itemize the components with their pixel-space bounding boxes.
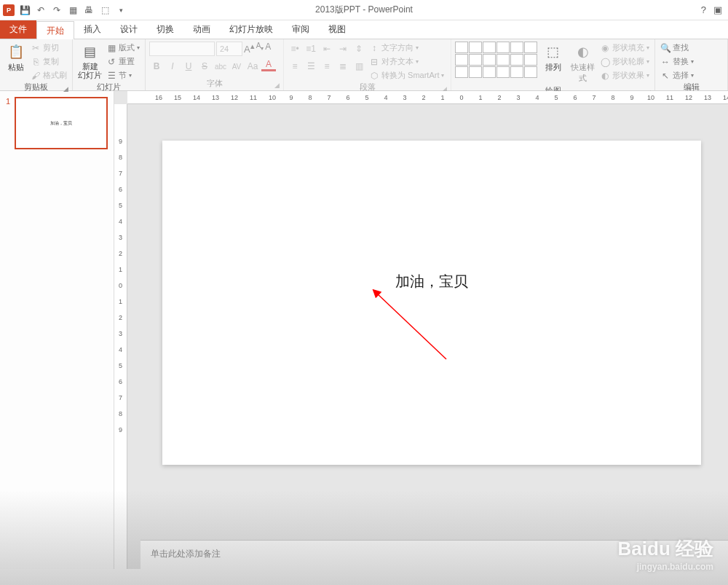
justify-icon[interactable]: ≣ (336, 59, 350, 74)
redo-icon[interactable]: ↷ (51, 4, 63, 16)
shapes-gallery[interactable] (455, 42, 537, 78)
thumbnail-item[interactable]: 1 加油，宝贝 (6, 97, 108, 149)
numbering-icon[interactable]: ≡1 (304, 42, 318, 56)
clear-format-icon[interactable]: A (265, 42, 271, 56)
shape-fill-button[interactable]: ◉形状填充▾ (598, 42, 651, 54)
align-left-icon[interactable]: ≡ (288, 59, 302, 74)
decrease-indent-icon[interactable]: ⇤ (320, 42, 334, 56)
touch-mode-icon[interactable]: ⬚ (99, 4, 111, 16)
italic-button[interactable]: I (165, 59, 180, 74)
reset-button[interactable]: ↺重置 (105, 55, 141, 68)
group-font: A▴ A▾ A B I U S abc AV Aa A 字体◢ (146, 39, 284, 90)
font-color-button[interactable]: A (261, 59, 276, 71)
find-button[interactable]: 🔍查找 (659, 42, 695, 54)
shadow-button[interactable]: abc (213, 59, 228, 74)
layout-button[interactable]: ▦版式▾ (105, 42, 141, 54)
shape-callout[interactable] (496, 54, 510, 66)
replace-label: 替换 (673, 56, 689, 67)
shape-arrow[interactable] (496, 42, 510, 53)
help-icon[interactable]: ? (701, 4, 706, 15)
thumbnail-preview[interactable]: 加油，宝贝 (15, 97, 108, 149)
bold-button[interactable]: B (149, 59, 164, 74)
shape-free[interactable] (469, 66, 482, 78)
outline-icon: ◯ (600, 57, 610, 67)
tab-file[interactable]: 文件 (0, 20, 36, 39)
section-button[interactable]: ☰节▾ (105, 69, 141, 82)
underline-button[interactable]: U (181, 59, 196, 74)
tab-review[interactable]: 审阅 (282, 20, 319, 39)
shape-line[interactable] (455, 42, 468, 53)
align-right-icon[interactable]: ≡ (320, 59, 334, 74)
tab-insert[interactable]: 插入 (74, 20, 111, 39)
tab-design[interactable]: 设计 (111, 20, 147, 39)
shape-block[interactable] (496, 66, 510, 78)
font-family-input[interactable] (149, 42, 215, 56)
app-icon: P (3, 4, 15, 16)
shape-eq[interactable] (510, 66, 523, 78)
text-direction-label: 文字方向 (381, 42, 414, 53)
spacing-button[interactable]: AV (229, 59, 244, 74)
tab-slideshow[interactable]: 幻灯片放映 (220, 20, 282, 39)
tab-transitions[interactable]: 切换 (147, 20, 183, 39)
copy-button[interactable]: ⎘复制 (29, 55, 68, 68)
shape-brace[interactable] (469, 54, 482, 66)
shape-fill-label: 形状填充 (612, 42, 644, 53)
replace-icon: ↔ (660, 57, 670, 67)
qat-more-icon[interactable]: ▾ (115, 4, 127, 16)
shape-curve[interactable] (455, 66, 468, 78)
tab-view[interactable]: 视图 (319, 20, 355, 39)
shape-tri[interactable] (510, 42, 523, 53)
font-size-input[interactable] (216, 42, 242, 56)
group-drawing: ⬚排列 ◐快速样式 ◉形状填充▾ ◯形状轮廓▾ ◐形状效果▾ 绘图◢ (451, 39, 655, 90)
horizontal-ruler: 1615141312111098765432101234567891011121… (127, 91, 728, 104)
undo-icon[interactable]: ↶ (35, 4, 47, 16)
shape-connector[interactable] (455, 54, 468, 66)
case-button[interactable]: Aa (245, 59, 260, 74)
smartart-button[interactable]: ⬡转换为 SmartArt▾ (368, 69, 446, 82)
shape-expand[interactable] (524, 66, 537, 78)
clipboard-launcher-icon[interactable]: ◢ (63, 85, 68, 93)
font-launcher-icon[interactable]: ◢ (274, 82, 280, 89)
shape-oval[interactable] (483, 42, 496, 53)
shape-outline-button[interactable]: ◯形状轮廓▾ (598, 55, 651, 68)
annotation-arrow (366, 286, 468, 374)
text-direction-button[interactable]: ↕文字方向▾ (368, 42, 446, 54)
shape-scribble[interactable] (483, 66, 496, 78)
increase-font-icon[interactable]: A▴ (244, 42, 255, 56)
replace-button[interactable]: ↔替换▾ (659, 55, 695, 68)
columns-icon[interactable]: ▥ (352, 59, 366, 74)
align-text-button[interactable]: ⊟对齐文本▾ (368, 55, 446, 68)
paste-button[interactable]: 📋 粘贴 (4, 42, 28, 74)
align-center-icon[interactable]: ☰ (304, 59, 318, 74)
save-icon[interactable]: 💾 (19, 4, 31, 16)
arrange-button[interactable]: ⬚排列 (539, 42, 567, 74)
bullets-icon[interactable]: ≡• (288, 42, 302, 56)
slideshow-icon[interactable]: ▦ (67, 4, 79, 16)
cut-label: 剪切 (43, 42, 59, 53)
tab-animations[interactable]: 动画 (183, 20, 220, 39)
strike-button[interactable]: S (197, 59, 212, 74)
cut-button[interactable]: ✂剪切 (29, 42, 68, 54)
shape-action[interactable] (510, 54, 523, 66)
shape-more2[interactable] (524, 54, 537, 66)
slide-viewport[interactable]: 加油，宝贝 (127, 104, 728, 535)
shape-rect[interactable] (469, 42, 482, 53)
window-controls: ? ▣ (701, 4, 728, 15)
select-button[interactable]: ↖选择▾ (659, 69, 695, 82)
decrease-font-icon[interactable]: A▾ (256, 42, 264, 56)
increase-indent-icon[interactable]: ⇥ (336, 42, 350, 56)
quick-styles-icon: ◐ (574, 43, 592, 60)
ribbon-display-icon[interactable]: ▣ (713, 4, 722, 15)
quick-access-toolbar: P 💾 ↶ ↷ ▦ 🖶 ⬚ ▾ (0, 4, 127, 16)
print-icon[interactable]: 🖶 (83, 4, 95, 16)
format-painter-button[interactable]: 🖌格式刷 (29, 69, 68, 82)
shape-effects-button[interactable]: ◐形状效果▾ (598, 69, 651, 82)
svg-line-0 (377, 294, 446, 359)
line-spacing-icon[interactable]: ⇕ (352, 42, 366, 56)
slide-canvas[interactable]: 加油，宝贝 (162, 141, 701, 465)
quick-styles-button[interactable]: ◐快速样式 (569, 42, 597, 85)
tab-home[interactable]: 开始 (36, 21, 74, 39)
new-slide-button[interactable]: ▤ 新建 幻灯片 (76, 42, 103, 81)
shape-star[interactable] (483, 54, 496, 66)
shape-more1[interactable] (524, 42, 537, 53)
